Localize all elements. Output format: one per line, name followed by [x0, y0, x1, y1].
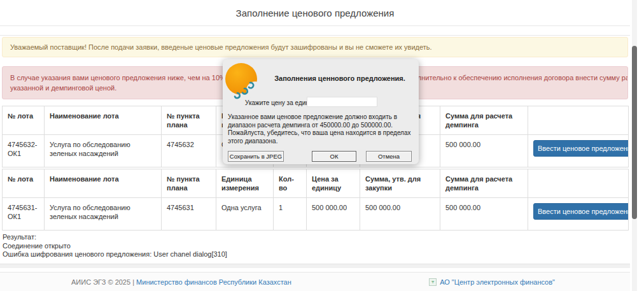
- col-lot-name: Наименование лота: [45, 169, 162, 198]
- col-approved-sum: Сумма, утв. для закупки: [360, 169, 440, 198]
- vertical-scrollbar-thumb[interactable]: [632, 46, 637, 219]
- lot-name: Услуга по обследованию зеленых насаждени…: [45, 198, 162, 231]
- lot-name: Услуга по обследованию зеленых насаждени…: [45, 135, 162, 167]
- enter-price-button[interactable]: Ввести ценовое предложение: [533, 140, 629, 157]
- footer-cef: ₸ АО "Центр электронных финансов": [429, 278, 555, 286]
- table-header-row: № лота Наименование лота № пункта плана …: [3, 169, 629, 198]
- copyright-text: АИИС ЭГЗ © 2025 |: [71, 278, 134, 286]
- save-jpeg-button[interactable]: Сохранить в JPEG: [228, 151, 284, 162]
- lot-table-2: № лота Наименование лота № пункта плана …: [2, 169, 629, 231]
- plan-number: 4745631: [162, 198, 216, 231]
- dialog-title: Заполнения ценнового предложения.: [265, 75, 415, 82]
- price-entry-dialog: Заполнения ценнового предложения. Укажит…: [223, 59, 419, 164]
- damping-sum: 500 000.00: [440, 198, 528, 231]
- result-line-error: Ошибка шифрования ценового предложения: …: [3, 250, 630, 259]
- qty: 1: [274, 198, 307, 231]
- col-lot-number: № лота: [3, 106, 45, 135]
- col-plan-number: № пункта плана: [162, 106, 216, 135]
- unit: Одна услуга: [216, 198, 274, 231]
- unit-price: 500 000.00: [307, 198, 360, 231]
- page-title: Заполнение ценового предложения: [0, 0, 630, 26]
- lot-number: 4745632-ОК1: [3, 135, 45, 167]
- panel-divider: [0, 264, 630, 268]
- col-plan-number: № пункта плана: [162, 169, 216, 198]
- col-lot-number: № лота: [3, 169, 45, 198]
- price-offer-page: Заполнение ценового предложения Уважаемы…: [0, 0, 644, 291]
- damping-sum: 500 000.00: [440, 135, 528, 167]
- result-label: Результат:: [3, 233, 630, 242]
- enter-price-button[interactable]: Ввести ценовое предложение: [533, 203, 629, 220]
- supplier-warning-alert: Уважаемый поставщик! После подачи заявки…: [2, 37, 628, 57]
- col-qty: Кол-во: [274, 169, 307, 198]
- lot-number: 4745631-ОК1: [3, 198, 45, 231]
- table-row: 4745631-ОК1 Услуга по обследованию зелен…: [3, 198, 629, 231]
- ok-button[interactable]: ОК: [312, 151, 356, 162]
- cef-logo-icon: ₸: [429, 278, 437, 286]
- price-input[interactable]: [307, 97, 377, 107]
- cef-link[interactable]: АО "Центр электронных финансов": [440, 278, 555, 286]
- plan-number: 4745632: [162, 135, 216, 167]
- col-unit: Единица измерения: [216, 169, 274, 198]
- col-damping-sum: Сумма для расчета демпинга: [440, 106, 528, 135]
- approved-sum: 500 000.00: [360, 198, 440, 231]
- footer: АИИС ЭГЗ © 2025 | Министерство финансов …: [0, 272, 630, 291]
- nca-logo-icon: [224, 62, 261, 104]
- footer-copyright: АИИС ЭГЗ © 2025 | Министерство финансов …: [71, 278, 291, 286]
- col-unit-price: Цена за единицу: [307, 169, 360, 198]
- damping-range-hint: Указанное вами ценовое предложение должн…: [228, 113, 411, 145]
- result-log: Результат: Соединение открыто Ошибка шиф…: [3, 233, 630, 259]
- ministry-link[interactable]: Министерство финансов Республики Казахст…: [136, 278, 291, 286]
- result-line-connection: Соединение открыто: [3, 242, 630, 251]
- col-action: [528, 106, 629, 135]
- col-action: [528, 169, 629, 198]
- cancel-button[interactable]: Отмена: [366, 151, 412, 162]
- col-damping-sum: Сумма для расчета демпинга: [440, 169, 528, 198]
- col-lot-name: Наименование лота: [45, 106, 162, 135]
